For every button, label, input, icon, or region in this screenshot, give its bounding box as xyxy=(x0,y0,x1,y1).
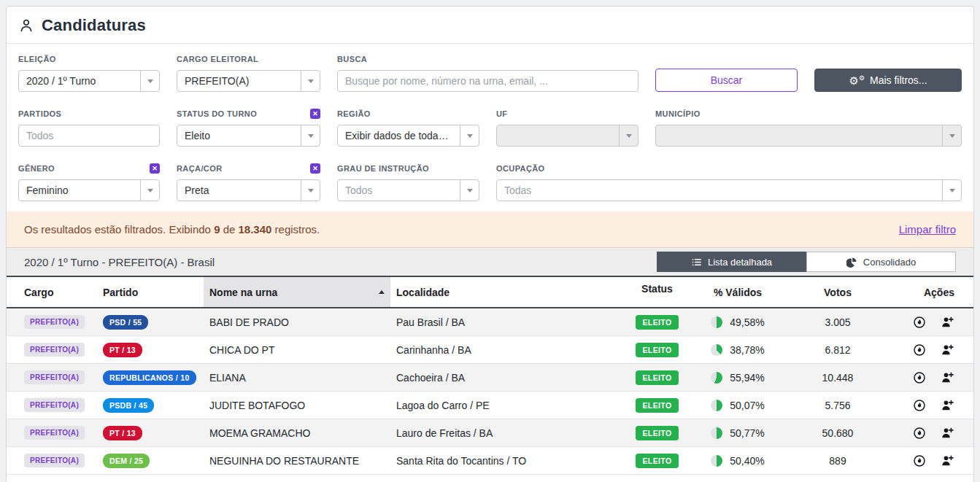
lista-detalhada-button[interactable]: Lista detalhada xyxy=(657,252,806,272)
col-votos[interactable]: Votos xyxy=(784,277,892,307)
eleicao-select[interactable]: 2020 / 1º Turno xyxy=(18,70,160,92)
flame-icon[interactable] xyxy=(913,316,926,329)
candidate-name: JUDITE BOTAFOGO xyxy=(204,400,390,411)
pie-chart-icon xyxy=(846,257,857,268)
cargo-badge: PREFEITO(A) xyxy=(24,426,85,440)
cargo-select[interactable]: PREFEITO(A) xyxy=(177,70,320,92)
filter-label: RAÇA/COR xyxy=(177,164,222,173)
flame-icon[interactable] xyxy=(913,371,926,384)
pct-validos-value: 50,77% xyxy=(730,427,764,439)
votes-value: 3.005 xyxy=(784,316,892,328)
col-cargo[interactable]: Cargo xyxy=(7,277,97,307)
flame-icon[interactable] xyxy=(913,454,926,467)
person-add-icon[interactable] xyxy=(941,426,954,440)
chevron-down-icon xyxy=(460,125,479,146)
col-status[interactable]: Status xyxy=(622,277,692,307)
col-partido[interactable]: Partido xyxy=(97,277,204,307)
filter-label: MUNICÍPIO xyxy=(655,109,701,118)
table-row[interactable]: PREFEITO(A) PSD / 55 BABI DE PRADO Pau B… xyxy=(7,308,973,336)
ocupacao-select[interactable]: Todas xyxy=(496,179,962,201)
grau-select[interactable]: Todos xyxy=(337,179,479,201)
pct-validos-value: 55,94% xyxy=(730,372,764,384)
page-title: Candidaturas xyxy=(42,16,146,35)
col-pct-validos[interactable]: % Válidos xyxy=(692,277,784,307)
candidate-name: NEGUINHA DO RESTAURANTE xyxy=(204,455,390,467)
candidaturas-panel: Candidaturas ELEIÇÃO 2020 / 1º Turno CAR… xyxy=(6,6,974,482)
status-turno-select[interactable]: Eleito xyxy=(177,125,320,147)
cargo-badge: PREFEITO(A) xyxy=(24,398,85,412)
chevron-down-icon xyxy=(619,125,638,146)
uf-select xyxy=(496,125,638,147)
filter-cargo: CARGO ELEITORAL PREFEITO(A) xyxy=(177,53,320,92)
table-row[interactable]: PREFEITO(A) REPUBLICANOS / 10 ELIANA Cac… xyxy=(7,364,973,392)
status-badge: ELEITO xyxy=(636,343,678,357)
party-badge: REPUBLICANOS / 10 xyxy=(103,370,196,385)
filter-label: ELEIÇÃO xyxy=(18,55,56,63)
person-add-icon[interactable] xyxy=(941,343,954,357)
clear-filter-icon[interactable]: ✕ xyxy=(150,163,160,174)
filter-grau: GRAU DE INSTRUÇÃO Todos xyxy=(337,163,479,201)
filter-label: PARTIDOS xyxy=(18,109,61,118)
pie-indicator-icon xyxy=(711,427,722,439)
pct-validos-value: 49,58% xyxy=(730,316,764,328)
table-header: Cargo Partido Nome na urna Localidade St… xyxy=(7,277,973,308)
sort-asc-icon xyxy=(379,290,385,294)
col-localidade[interactable]: Localidade xyxy=(390,277,622,307)
table-row[interactable]: PREFEITO(A) DEM / 25 NEGUINHA DO RESTAUR… xyxy=(7,447,973,475)
clear-filter-icon[interactable]: ✕ xyxy=(310,109,320,119)
filter-label: BUSCA xyxy=(337,55,367,63)
filter-raca: RAÇA/COR ✕ Preta xyxy=(177,163,320,201)
col-nome-na-urna[interactable]: Nome na urna xyxy=(204,277,390,307)
candidate-name: MOEMA GRAMACHO xyxy=(204,427,390,439)
status-badge: ELEITO xyxy=(636,398,678,413)
filter-label: CARGO ELEITORAL xyxy=(177,55,258,63)
locality: Lauro de Freitas / BA xyxy=(390,427,622,439)
filter-busca: BUSCA xyxy=(337,53,638,92)
party-badge: PSDB / 45 xyxy=(103,398,154,413)
votes-value: 50.680 xyxy=(784,427,892,439)
table-row[interactable]: PREFEITO(A) PT / 13 MOEMA GRAMACHO Lauro… xyxy=(7,419,973,447)
chevron-down-icon xyxy=(301,71,320,91)
clear-filter-icon[interactable]: ✕ xyxy=(310,163,320,174)
filter-municipio: MUNICÍPIO xyxy=(655,108,962,147)
person-add-icon[interactable] xyxy=(941,454,954,467)
locality: Pau Brasil / BA xyxy=(390,316,622,328)
genero-select[interactable]: Feminino xyxy=(18,179,160,201)
flame-icon[interactable] xyxy=(913,343,926,357)
votes-value: 889 xyxy=(784,455,892,467)
pct-validos-value: 50,07% xyxy=(730,400,764,411)
pie-indicator-icon xyxy=(711,316,722,328)
votes-value: 5.756 xyxy=(784,400,892,411)
table-row[interactable]: PREFEITO(A) PSDB / 45 JUDITE BOTAFOGO La… xyxy=(7,392,973,419)
status-badge: ELEITO xyxy=(636,370,678,385)
table-row[interactable]: PREFEITO(A) PT / 13 CHICA DO PT Carinhan… xyxy=(7,336,973,364)
consolidado-button[interactable]: Consolidado xyxy=(806,252,956,272)
results-bar: 2020 / 1º Turno - PREFEITO(A) - Brasil L… xyxy=(7,248,973,277)
raca-select[interactable]: Preta xyxy=(177,179,320,201)
partidos-input[interactable] xyxy=(18,125,160,147)
person-add-icon[interactable] xyxy=(941,398,954,412)
filter-notice: Os resultados estão filtrados. Exibindo … xyxy=(7,211,973,248)
buscar-button[interactable]: Buscar xyxy=(655,69,798,92)
pie-indicator-icon xyxy=(711,344,722,356)
person-add-icon[interactable] xyxy=(941,315,954,329)
flame-icon[interactable] xyxy=(913,399,926,412)
filter-label: GRAU DE INSTRUÇÃO xyxy=(337,164,429,173)
flame-icon[interactable] xyxy=(913,427,926,440)
table-body: PREFEITO(A) PSD / 55 BABI DE PRADO Pau B… xyxy=(7,308,973,475)
filter-eleicao: ELEIÇÃO 2020 / 1º Turno xyxy=(18,53,160,92)
limpar-filtro-link[interactable]: Limpar filtro xyxy=(899,223,956,236)
person-add-icon[interactable] xyxy=(941,370,954,384)
search-input[interactable] xyxy=(337,70,638,92)
locality: Santa Rita do Tocantins / TO xyxy=(390,455,622,467)
municipio-select xyxy=(655,125,962,147)
pct-validos-value: 38,78% xyxy=(730,344,764,356)
party-badge: PT / 13 xyxy=(103,426,142,440)
locality: Carinhanha / BA xyxy=(390,344,622,356)
status-badge: ELEITO xyxy=(636,315,678,330)
cargo-badge: PREFEITO(A) xyxy=(24,454,85,467)
chevron-down-icon xyxy=(140,180,159,201)
votes-value: 10.448 xyxy=(784,372,892,384)
regiao-select[interactable]: Exibir dados de todas ... xyxy=(337,125,479,147)
mais-filtros-button[interactable]: ⚙⚙ Mais filtros... xyxy=(814,69,962,92)
